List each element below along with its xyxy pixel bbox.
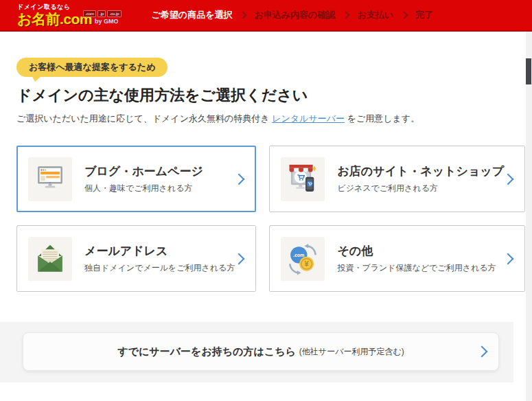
vertical-scrollbar[interactable] <box>526 32 532 401</box>
icon-box <box>28 157 72 201</box>
card-subtitle: 独自ドメインでメールをご利用される方 <box>84 262 235 274</box>
existing-server-note: (他社サーバー利用予定含む) <box>299 346 404 358</box>
tld-badge: .co.jp <box>107 10 121 17</box>
svg-text:¥: ¥ <box>305 260 310 268</box>
card-blog-homepage[interactable]: ブログ・ホームページ 個人・趣味でご利用される方 <box>16 146 256 212</box>
existing-server-button[interactable]: すでにサーバーをお持ちの方はこちら (他社サーバー利用予定含む) <box>23 332 499 371</box>
card-title: お店のサイト・ネットショップ <box>337 163 504 179</box>
breadcrumb-step-select-product: ご希望の商品を選択 <box>152 9 233 21</box>
card-title: その他 <box>337 243 504 259</box>
card-text: お店のサイト・ネットショップ ビジネスでご利用される方 <box>337 163 504 194</box>
logo-tld-badges: .com .jp .co.jp <box>83 10 122 17</box>
breadcrumb-step-payment: お支払い <box>357 9 393 21</box>
tld-badge: .jp <box>97 10 106 17</box>
tld-badge: .com <box>83 10 96 17</box>
card-subtitle: 投資・ブランド保護などでご利用される方 <box>337 262 504 274</box>
svg-text:.com: .com <box>294 252 305 257</box>
header: ドメイン取るなら お名前.com by GMO .com .jp .co.jp … <box>0 0 532 32</box>
breadcrumb: ご希望の商品を選択 お申込み内容の確認 お支払い 完了 <box>152 9 433 21</box>
card-mail-address[interactable]: メールアドレス 独自ドメインでメールをご利用される方 <box>16 225 256 292</box>
scrollbar-thumb[interactable] <box>526 58 531 84</box>
chevron-right-icon <box>400 11 408 19</box>
card-title: ブログ・ホームページ <box>84 163 235 179</box>
chevron-right-icon <box>240 11 247 19</box>
chevron-right-icon <box>233 173 245 185</box>
existing-server-label: すでにサーバーをお持ちの方はこちら <box>117 345 296 358</box>
chevron-right-icon <box>502 253 514 264</box>
card-text: ブログ・ホームページ 個人・趣味でご利用される方 <box>84 163 235 194</box>
logo-brand-text: お名前.com <box>17 12 92 26</box>
monitor-website-icon <box>32 161 68 197</box>
chevron-right-icon <box>233 253 245 264</box>
icon-box: .com ¥ <box>281 237 325 281</box>
logo-tagline: ドメイン取るなら <box>17 4 119 10</box>
card-subtitle: 個人・趣味でご利用される方 <box>84 183 235 194</box>
rental-server-link[interactable]: レンタルサーバー <box>272 113 345 124</box>
main-content: お客様へ最適な提案をするため ドメインの主な使用方法をご選択ください ご選択いた… <box>0 32 532 382</box>
page-description: ご選択いただいた用途に応じて、ドメイン永久無料の特典付き レンタルサーバー をご… <box>16 113 513 125</box>
chevron-right-icon <box>476 346 488 358</box>
chevron-right-icon <box>502 173 514 185</box>
card-subtitle: ビジネスでご利用される方 <box>337 183 504 194</box>
icon-box <box>281 157 325 201</box>
card-text: メールアドレス 独自ドメインでメールをご利用される方 <box>84 243 235 274</box>
logo-by-gmo: by GMO <box>95 19 119 25</box>
domain-exchange-icon: .com ¥ <box>285 241 321 277</box>
card-title: メールアドレス <box>84 243 235 259</box>
breadcrumb-step-done: 完了 <box>415 9 433 21</box>
description-text: をご用意します。 <box>345 113 419 124</box>
shop-storefront-icon <box>285 161 321 197</box>
description-text: ご選択いただいた用途に応じて、ドメイン永久無料の特典付き <box>16 113 272 124</box>
icon-box <box>28 237 72 281</box>
chevron-right-icon <box>343 11 350 19</box>
envelope-mail-icon <box>32 241 68 277</box>
onamae-logo[interactable]: ドメイン取るなら お名前.com by GMO .com .jp .co.jp <box>17 4 119 26</box>
proposal-badge: お客様へ最適な提案をするため <box>16 58 167 77</box>
existing-server-section: すでにサーバーをお持ちの方はこちら (他社サーバー利用予定含む) <box>0 322 513 382</box>
card-text: その他 投資・ブランド保護などでご利用される方 <box>337 243 504 274</box>
page-title: ドメインの主な使用方法をご選択ください <box>16 85 513 106</box>
card-other[interactable]: .com ¥ その他 投資・ブランド保護などでご利用される方 <box>269 225 525 292</box>
card-shop-site[interactable]: お店のサイト・ネットショップ ビジネスでご利用される方 <box>269 146 525 212</box>
breadcrumb-step-confirm: お申込み内容の確認 <box>254 9 335 21</box>
usage-options-grid: ブログ・ホームページ 個人・趣味でご利用される方 <box>16 146 513 292</box>
